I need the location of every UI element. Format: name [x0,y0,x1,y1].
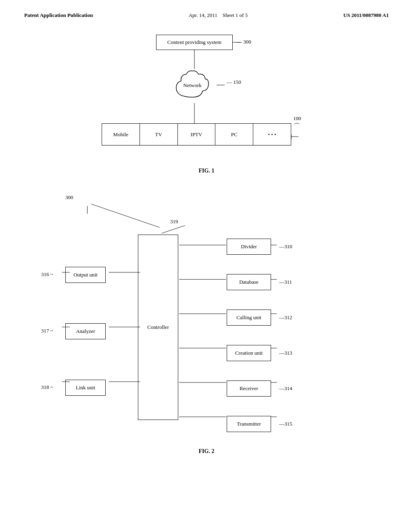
network-cloud: Network [168,67,217,103]
devices-row: Mobile TV IPTV PC • • • [102,123,291,145]
label-150: — 150 [227,79,241,85]
calling-unit-box: Calling unit [227,310,271,326]
receiver-box: Receiver [227,380,271,397]
label-310: — 310 [279,243,292,250]
fig1-diagram: Content providing system — 300 Network —… [94,35,319,164]
device-pc: PC [215,124,253,145]
device-iptv: IPTV [178,124,216,145]
page-header: Patent Application Publication Apr. 14, … [24,12,389,19]
analyzer-box: Analyzer [65,323,106,339]
svg-text:Network: Network [183,82,202,88]
label-300-fig2: 300 [65,194,73,201]
label-100-fig1: 100 ⌒ [293,115,301,131]
device-tv: TV [140,124,178,145]
label-317: 317 ~ [41,328,53,334]
label-319: 319 [170,218,178,225]
content-providing-box: Content providing system [156,35,233,50]
controller-box: Controller [138,235,178,420]
fig1-container: Content providing system — 300 Network —… [24,35,389,186]
transmitter-box: Transmitter [227,416,271,432]
device-mobile: Mobile [102,124,140,145]
fig1-caption: FIG. 1 [199,168,215,174]
svg-line-9 [162,226,185,233]
device-etc: • • • [253,124,291,145]
fig2-caption: FIG. 2 [199,448,215,455]
label-311: — 311 [279,279,292,285]
fig2-container: 300 319 Output unit 316 ~ Analyzer 317 ~… [41,194,372,444]
label-314: — 314 [279,385,292,392]
database-box: Database [227,274,271,290]
label-313: — 313 [279,350,292,356]
svg-line-8 [91,204,160,227]
label-312: — 312 [279,314,292,321]
creation-unit-box: Creation unit [227,345,271,361]
label-316: 316 ~ [41,271,53,278]
divider-box: Divider [227,239,271,255]
header-left: Patent Application Publication [24,12,93,19]
output-unit-box: Output unit [65,267,106,283]
link-unit-box: Link unit [65,380,106,396]
label-300-fig1: — 300 [237,39,251,45]
label-315: — 315 [279,421,292,427]
fig2-svg [41,194,372,444]
label-318: 318 ~ [41,384,53,391]
header-center: Apr. 14, 2011 Sheet 1 of 5 [189,12,248,19]
header-right: US 2011/0087980 A1 [343,12,389,19]
